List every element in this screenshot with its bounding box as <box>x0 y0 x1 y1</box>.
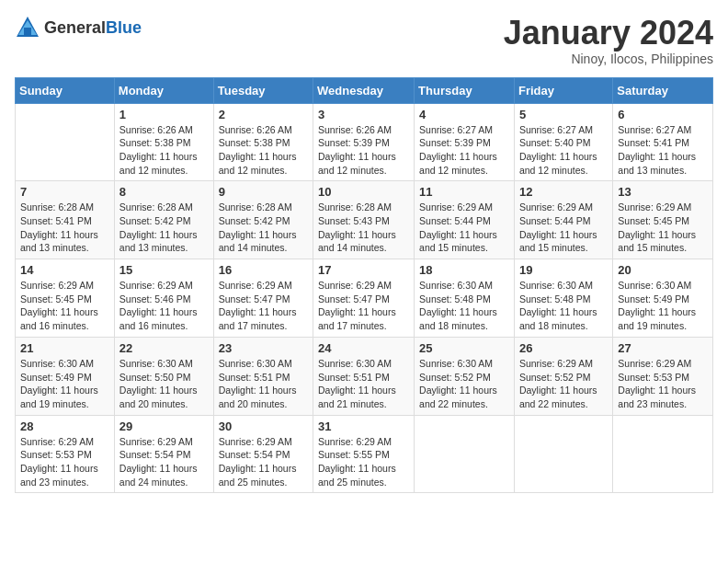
day-number: 29 <box>119 419 209 433</box>
month-title: January 2024 <box>504 15 713 52</box>
day-info: Sunrise: 6:30 AM Sunset: 5:51 PM Dayligh… <box>318 357 409 411</box>
day-number: 21 <box>20 341 109 355</box>
calendar: SundayMondayTuesdayWednesdayThursdayFrid… <box>15 77 713 494</box>
day-number: 14 <box>20 263 109 277</box>
day-number: 24 <box>318 341 409 355</box>
day-number: 4 <box>419 108 509 121</box>
calendar-cell: 22Sunrise: 6:30 AM Sunset: 5:50 PM Dayli… <box>114 337 213 415</box>
day-number: 6 <box>618 108 708 121</box>
day-info: Sunrise: 6:27 AM Sunset: 5:41 PM Dayligh… <box>618 123 708 178</box>
day-info: Sunrise: 6:29 AM Sunset: 5:46 PM Dayligh… <box>119 279 209 333</box>
calendar-cell: 9Sunrise: 6:28 AM Sunset: 5:42 PM Daylig… <box>213 181 313 259</box>
day-info: Sunrise: 6:29 AM Sunset: 5:54 PM Dayligh… <box>219 435 308 489</box>
day-number: 31 <box>318 419 409 433</box>
day-info: Sunrise: 6:29 AM Sunset: 5:53 PM Dayligh… <box>618 357 708 411</box>
calendar-day-header: Monday <box>114 77 213 103</box>
day-info: Sunrise: 6:26 AM Sunset: 5:39 PM Dayligh… <box>318 123 409 178</box>
day-info: Sunrise: 6:29 AM Sunset: 5:45 PM Dayligh… <box>618 201 708 255</box>
day-number: 27 <box>618 341 708 355</box>
day-info: Sunrise: 6:26 AM Sunset: 5:38 PM Dayligh… <box>219 123 308 178</box>
calendar-cell: 4Sunrise: 6:27 AM Sunset: 5:39 PM Daylig… <box>415 103 515 181</box>
day-number: 28 <box>20 419 109 433</box>
logo-text-blue: Blue <box>106 18 142 37</box>
calendar-day-header: Friday <box>514 77 612 103</box>
calendar-day-header: Wednesday <box>313 77 415 103</box>
day-info: Sunrise: 6:30 AM Sunset: 5:49 PM Dayligh… <box>618 279 708 333</box>
calendar-cell: 15Sunrise: 6:29 AM Sunset: 5:46 PM Dayli… <box>114 259 213 338</box>
day-info: Sunrise: 6:29 AM Sunset: 5:44 PM Dayligh… <box>419 201 509 255</box>
calendar-cell: 13Sunrise: 6:29 AM Sunset: 5:45 PM Dayli… <box>613 181 713 259</box>
day-info: Sunrise: 6:29 AM Sunset: 5:47 PM Dayligh… <box>219 279 308 333</box>
calendar-cell: 8Sunrise: 6:28 AM Sunset: 5:42 PM Daylig… <box>114 181 213 259</box>
calendar-cell: 30Sunrise: 6:29 AM Sunset: 5:54 PM Dayli… <box>213 415 313 493</box>
day-info: Sunrise: 6:29 AM Sunset: 5:44 PM Dayligh… <box>519 201 608 255</box>
day-number: 30 <box>219 419 308 433</box>
calendar-cell: 1Sunrise: 6:26 AM Sunset: 5:38 PM Daylig… <box>114 103 213 181</box>
day-number: 9 <box>219 185 308 199</box>
day-number: 18 <box>419 263 509 277</box>
calendar-cell: 29Sunrise: 6:29 AM Sunset: 5:54 PM Dayli… <box>114 415 213 493</box>
day-info: Sunrise: 6:30 AM Sunset: 5:49 PM Dayligh… <box>20 357 109 411</box>
day-info: Sunrise: 6:30 AM Sunset: 5:48 PM Dayligh… <box>519 279 608 333</box>
day-number: 15 <box>119 263 209 277</box>
day-info: Sunrise: 6:26 AM Sunset: 5:38 PM Dayligh… <box>119 123 209 178</box>
calendar-day-header: Saturday <box>613 77 713 103</box>
calendar-cell: 23Sunrise: 6:30 AM Sunset: 5:51 PM Dayli… <box>213 337 313 415</box>
day-info: Sunrise: 6:29 AM Sunset: 5:45 PM Dayligh… <box>20 279 109 333</box>
day-number: 20 <box>618 263 708 277</box>
calendar-cell: 12Sunrise: 6:29 AM Sunset: 5:44 PM Dayli… <box>514 181 612 259</box>
day-number: 12 <box>519 185 608 199</box>
calendar-cell: 6Sunrise: 6:27 AM Sunset: 5:41 PM Daylig… <box>613 103 713 181</box>
calendar-cell: 14Sunrise: 6:29 AM Sunset: 5:45 PM Dayli… <box>16 259 115 338</box>
calendar-week-row: 21Sunrise: 6:30 AM Sunset: 5:49 PM Dayli… <box>16 337 713 415</box>
calendar-cell: 18Sunrise: 6:30 AM Sunset: 5:48 PM Dayli… <box>415 259 515 338</box>
location: Ninoy, Ilocos, Philippines <box>504 52 713 66</box>
calendar-cell: 25Sunrise: 6:30 AM Sunset: 5:52 PM Dayli… <box>415 337 515 415</box>
calendar-cell: 31Sunrise: 6:29 AM Sunset: 5:55 PM Dayli… <box>313 415 415 493</box>
calendar-week-row: 7Sunrise: 6:28 AM Sunset: 5:41 PM Daylig… <box>16 181 713 259</box>
day-number: 7 <box>20 185 109 199</box>
calendar-cell: 16Sunrise: 6:29 AM Sunset: 5:47 PM Dayli… <box>213 259 313 338</box>
day-number: 5 <box>519 108 608 121</box>
day-number: 8 <box>119 185 209 199</box>
day-info: Sunrise: 6:28 AM Sunset: 5:43 PM Dayligh… <box>318 201 409 255</box>
title-section: January 2024 Ninoy, Ilocos, Philippines <box>504 15 713 66</box>
calendar-cell <box>613 415 713 493</box>
svg-rect-2 <box>24 28 31 35</box>
calendar-header-row: SundayMondayTuesdayWednesdayThursdayFrid… <box>16 77 713 103</box>
calendar-cell: 2Sunrise: 6:26 AM Sunset: 5:38 PM Daylig… <box>213 103 313 181</box>
calendar-cell <box>16 103 115 181</box>
day-number: 23 <box>219 341 308 355</box>
day-info: Sunrise: 6:28 AM Sunset: 5:42 PM Dayligh… <box>119 201 209 255</box>
day-number: 13 <box>618 185 708 199</box>
day-info: Sunrise: 6:29 AM Sunset: 5:52 PM Dayligh… <box>519 357 608 411</box>
day-number: 1 <box>119 108 209 121</box>
day-info: Sunrise: 6:29 AM Sunset: 5:53 PM Dayligh… <box>20 435 109 489</box>
calendar-cell: 17Sunrise: 6:29 AM Sunset: 5:47 PM Dayli… <box>313 259 415 338</box>
day-number: 11 <box>419 185 509 199</box>
day-number: 25 <box>419 341 509 355</box>
day-info: Sunrise: 6:30 AM Sunset: 5:51 PM Dayligh… <box>219 357 308 411</box>
day-number: 3 <box>318 108 409 121</box>
day-info: Sunrise: 6:29 AM Sunset: 5:55 PM Dayligh… <box>318 435 409 489</box>
day-number: 22 <box>119 341 209 355</box>
calendar-cell: 28Sunrise: 6:29 AM Sunset: 5:53 PM Dayli… <box>16 415 115 493</box>
calendar-cell: 26Sunrise: 6:29 AM Sunset: 5:52 PM Dayli… <box>514 337 612 415</box>
calendar-week-row: 14Sunrise: 6:29 AM Sunset: 5:45 PM Dayli… <box>16 259 713 338</box>
calendar-cell: 10Sunrise: 6:28 AM Sunset: 5:43 PM Dayli… <box>313 181 415 259</box>
day-number: 26 <box>519 341 608 355</box>
day-number: 19 <box>519 263 608 277</box>
calendar-cell: 3Sunrise: 6:26 AM Sunset: 5:39 PM Daylig… <box>313 103 415 181</box>
day-info: Sunrise: 6:28 AM Sunset: 5:42 PM Dayligh… <box>219 201 308 255</box>
day-info: Sunrise: 6:27 AM Sunset: 5:40 PM Dayligh… <box>519 123 608 178</box>
day-info: Sunrise: 6:28 AM Sunset: 5:41 PM Dayligh… <box>20 201 109 255</box>
calendar-cell: 5Sunrise: 6:27 AM Sunset: 5:40 PM Daylig… <box>514 103 612 181</box>
logo-text-general: General <box>44 18 106 37</box>
calendar-day-header: Sunday <box>16 77 115 103</box>
calendar-cell: 20Sunrise: 6:30 AM Sunset: 5:49 PM Dayli… <box>613 259 713 338</box>
day-number: 10 <box>318 185 409 199</box>
day-info: Sunrise: 6:29 AM Sunset: 5:54 PM Dayligh… <box>119 435 209 489</box>
logo-icon <box>15 15 40 40</box>
calendar-day-header: Thursday <box>415 77 515 103</box>
day-number: 17 <box>318 263 409 277</box>
